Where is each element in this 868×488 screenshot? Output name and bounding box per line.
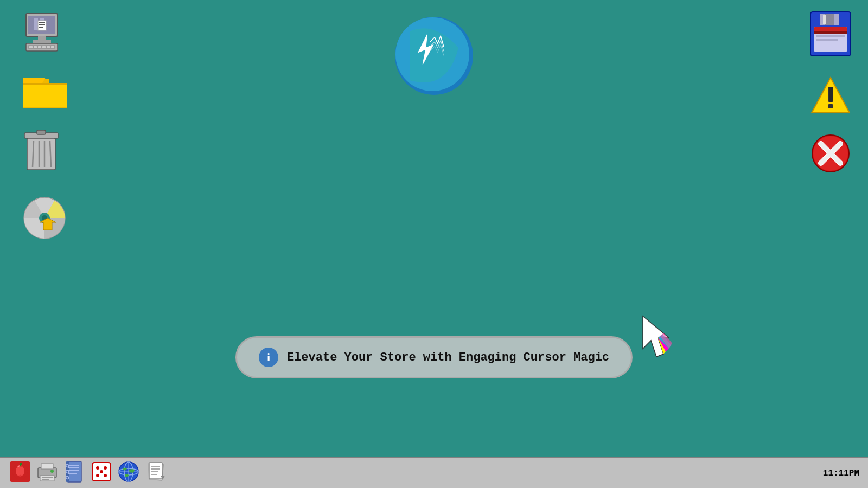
svg-rect-12	[38, 36, 46, 41]
taskbar-clock: 11:11PM	[823, 468, 859, 478]
taskbar-globe-icon[interactable]	[117, 460, 140, 486]
main-area: Mega Animated Cursor Effects	[0, 0, 868, 457]
taskbar-printer-icon[interactable]	[36, 460, 59, 486]
taskbar-dice-icon[interactable]	[90, 460, 113, 486]
info-pill-text: Elevate Your Store with Engaging Cursor …	[287, 351, 609, 364]
svg-point-63	[19, 467, 24, 476]
svg-rect-74	[68, 465, 79, 466]
warning-icon[interactable]	[810, 76, 851, 118]
svg-rect-11	[39, 27, 43, 28]
taskbar-document-icon[interactable]	[144, 460, 167, 486]
svg-rect-24	[37, 130, 46, 134]
close-x-icon[interactable]	[811, 134, 850, 176]
taskbar-apple-icon[interactable]	[9, 460, 31, 486]
svg-rect-22	[23, 83, 67, 85]
computer-icon[interactable]	[22, 11, 68, 57]
svg-rect-48	[829, 87, 833, 102]
svg-rect-13	[33, 40, 51, 43]
floppy-disk-icon[interactable]	[809, 11, 852, 60]
svg-point-82	[96, 466, 99, 470]
app-logo	[393, 15, 475, 97]
svg-rect-41	[823, 15, 826, 24]
folder-icon[interactable]	[22, 73, 68, 114]
svg-rect-10	[39, 24, 45, 25]
cursor-effect-icon	[637, 313, 689, 368]
svg-rect-16	[29, 46, 33, 48]
svg-rect-94	[149, 463, 162, 479]
svg-point-83	[100, 470, 103, 473]
right-sidebar-icons	[809, 11, 852, 176]
svg-point-85	[104, 466, 107, 470]
svg-rect-97	[151, 471, 158, 472]
svg-rect-95	[151, 466, 160, 467]
svg-rect-19	[42, 46, 46, 48]
svg-point-65	[20, 463, 22, 465]
svg-rect-68	[40, 476, 54, 481]
svg-rect-75	[68, 467, 79, 468]
svg-rect-17	[34, 46, 37, 48]
cd-icon[interactable]	[22, 195, 68, 244]
svg-rect-72	[67, 461, 81, 482]
svg-rect-70	[42, 479, 49, 480]
svg-rect-9	[39, 22, 45, 23]
trash-icon[interactable]	[22, 130, 68, 179]
svg-rect-96	[151, 468, 160, 470]
svg-point-86	[96, 474, 99, 477]
taskbar-notebook-icon[interactable]	[63, 460, 86, 486]
svg-rect-38	[816, 39, 838, 41]
svg-point-84	[104, 474, 107, 477]
svg-rect-21	[51, 46, 54, 48]
svg-rect-47	[828, 104, 833, 108]
svg-rect-37	[816, 35, 845, 37]
svg-rect-40	[825, 14, 834, 25]
svg-rect-20	[47, 46, 50, 48]
svg-rect-98	[151, 474, 157, 475]
info-icon: i	[259, 348, 278, 367]
svg-rect-43	[814, 31, 847, 34]
info-pill[interactable]: i Elevate Your Store with Engaging Curso…	[235, 336, 633, 378]
svg-point-71	[50, 470, 54, 473]
svg-rect-67	[41, 464, 53, 469]
svg-rect-69	[42, 477, 53, 478]
taskbar: 11:11PM	[0, 457, 868, 488]
svg-rect-77	[68, 473, 77, 474]
taskbar-icons	[9, 460, 823, 486]
svg-rect-76	[68, 470, 79, 471]
svg-rect-18	[38, 46, 41, 48]
left-sidebar-icons	[22, 11, 68, 244]
